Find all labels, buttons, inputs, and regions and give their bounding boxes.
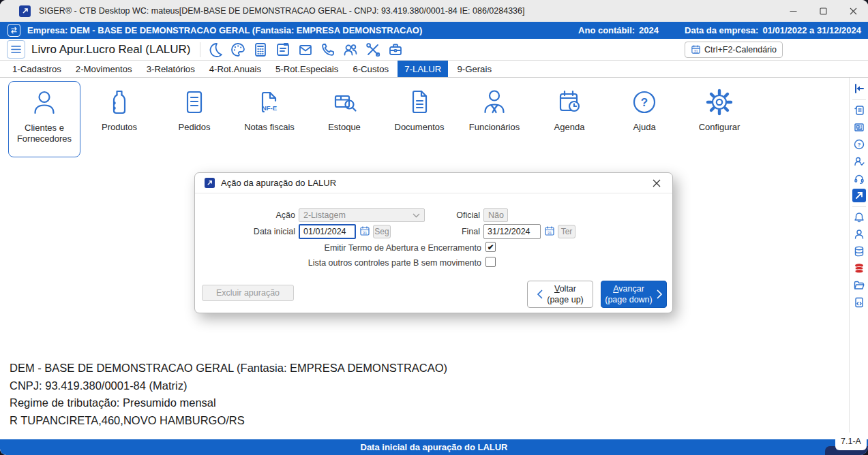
window-title: SIGER® - CTB Desktop WC: mateus[DEM-BASE… [39,6,525,16]
statusbar: Data inicial da apuração do LALUR [0,439,868,455]
check-parte-b-checkbox[interactable] [485,257,496,267]
folder-icon[interactable] [853,279,865,292]
company-date-value: 01/01/2022 a 31/12/2024 [762,25,861,35]
app-logo-icon [19,5,31,17]
shortcut-pedidos[interactable]: Pedidos [158,81,230,157]
shortcut-configurar[interactable]: Configurar [683,81,755,157]
avancar-button[interactable]: Avançar (page down) [601,281,667,308]
bell-icon[interactable] [853,211,865,223]
menu-hamburger-icon[interactable] [7,40,25,59]
database-red-icon[interactable] [853,262,865,274]
tab-relatorios[interactable]: 3-Relatórios [141,61,200,77]
help-circle-icon: ? [629,87,659,117]
data-inicial-label: Data inicial [195,227,295,236]
switch-company-icon[interactable] [8,24,20,37]
svg-text:?: ? [857,142,860,148]
window-controls [778,0,868,22]
company-info-name: DEM - BASE DE DEMONSTRACAO GERAL (Fantas… [10,360,447,377]
voltar-sublabel: (page up) [547,294,584,305]
shortcut-grid: Clientes e Fornecedores Produtos Pedidos… [8,81,758,157]
gear-icon [704,87,734,117]
tab-lalur[interactable]: 7-LALUR [398,61,448,77]
news-icon[interactable] [853,121,865,134]
avancar-label: Avançar [613,283,644,294]
briefcase-icon[interactable] [387,42,404,58]
shortcut-label: Documentos [395,122,445,133]
final-label: Final [420,227,480,236]
shortcut-notas-fiscais[interactable]: NF-E Notas fiscais [233,81,305,157]
acao-select-value: 2-Listagem [303,210,346,220]
tab-movimentos[interactable]: 2-Movimentos [70,61,138,77]
shortcut-label: Produtos [102,122,137,133]
toolbar: Livro Apur.Lucro Real (LALUR) [0,39,868,61]
calendar-shortcut-label: Ctrl+F2-Calendário [704,45,777,54]
final-input[interactable] [483,224,541,239]
nfe-document-icon: NF-E [254,87,284,117]
dialog-body: Ação 2-Listagem Oficial Não Data inicial… [195,193,672,313]
database-icon[interactable] [853,245,865,257]
tools-icon[interactable] [365,42,381,58]
minimize-button[interactable] [778,0,808,22]
voltar-button[interactable]: Voltar (page up) [527,281,593,308]
tab-gerais[interactable]: 9-Gerais [451,61,497,77]
document-lines-icon [179,87,209,117]
collapse-panel-icon[interactable] [853,82,865,95]
phone-icon[interactable] [320,42,336,58]
shortcut-ajuda[interactable]: ? Ajuda [608,81,680,157]
lalur-action-dialog: Ação da apuração do LALUR Ação 2-Listage… [194,172,673,313]
chevron-down-icon [413,213,420,218]
data-inicial-weekday: Seg [373,225,391,238]
user-icon[interactable] [853,228,865,240]
tab-custos[interactable]: 6-Custos [347,61,394,77]
shortcut-agenda[interactable]: Agenda [533,81,605,157]
shortcut-documentos[interactable]: Documentos [383,81,455,157]
calculator-icon[interactable] [252,42,269,58]
svg-text:?: ? [641,96,648,109]
calendar-shortcut-button[interactable]: 31 Ctrl+F2-Calendário [685,42,783,58]
check-parte-b-label: Lista outros controles parte B sem movim… [195,258,481,268]
moon-icon[interactable] [207,42,224,58]
shortcut-label: Notas fiscais [244,122,295,133]
right-sidebar: ? [849,78,868,439]
dialog-close-icon[interactable] [650,177,663,189]
tab-rot-especiais[interactable]: 5-Rot.Especiais [270,61,344,77]
headset-icon[interactable] [853,172,865,185]
shortcut-label: Clientes e Fornecedores [9,123,80,145]
tab-cadastros[interactable]: 1-Cadastros [7,61,67,77]
shortcut-produtos[interactable]: Produtos [83,81,155,157]
box-search-icon [329,87,359,117]
shortcut-label: Agenda [554,122,585,133]
company-date-label: Data da empresa: [685,25,758,35]
check-termo-checkbox[interactable]: ✔ [485,242,496,252]
shortcut-estoque[interactable]: Estoque [308,81,380,157]
tab-rot-anuais[interactable]: 4-Rot.Anuais [204,61,267,77]
help-circle-icon[interactable]: ? [853,138,865,151]
close-button[interactable] [838,0,868,22]
mail-icon[interactable] [297,42,314,58]
dialog-title: Ação da apuração do LALUR [221,178,336,188]
fiscal-year-value: 2024 [639,25,659,35]
shortcut-label: Pedidos [179,122,211,133]
users-icon[interactable] [342,42,359,58]
data-inicial-calendar-icon[interactable]: 31 [359,225,370,236]
company-header-bar: Empresa: DEM - BASE DE DEMONSTRACAO GERA… [0,22,868,39]
final-calendar-icon[interactable]: 31 [544,225,555,236]
chevron-left-icon [537,289,543,299]
sidebar-separator [852,206,866,207]
sidebar-separator [852,99,866,100]
palette-icon[interactable] [230,42,246,58]
shortcut-label: Funcionários [469,122,520,133]
maximize-button[interactable] [808,0,838,22]
schedule-icon[interactable] [275,42,291,58]
excluir-apuracao-button[interactable]: Excluir apuração [202,285,294,301]
data-inicial-input[interactable] [299,224,356,239]
user-check-icon[interactable] [853,155,865,168]
history-scroll-icon[interactable] [853,104,865,116]
siger-logo-icon[interactable] [852,189,866,202]
file-code-icon[interactable] [853,296,865,309]
document-icon [404,87,434,117]
shortcut-label: Estoque [328,122,361,133]
shortcut-clientes-fornecedores[interactable]: Clientes e Fornecedores [8,81,80,157]
shortcut-funcionarios[interactable]: Funcionários [458,81,530,157]
person-icon [29,88,59,118]
